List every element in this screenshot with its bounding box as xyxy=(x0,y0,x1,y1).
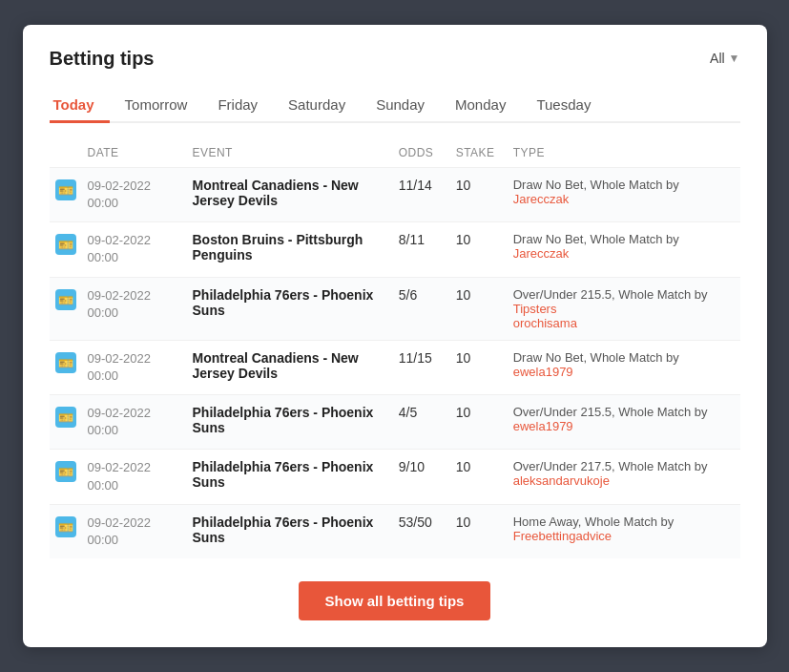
type-text: Over/Under 217.5, Whole Match by xyxy=(513,459,708,473)
type-text: Draw No Bet, Whole Match by xyxy=(513,178,679,192)
betting-tips-table: DATE EVENT ODDS STAKE TYPE 09-02-202200:… xyxy=(50,138,740,558)
tipster-link[interactable]: Jarecczak xyxy=(513,246,570,261)
event-name: Montreal Canadiens - New Jersey Devils xyxy=(187,340,393,394)
event-type: Draw No Bet, Whole Match by Jarecczak xyxy=(508,167,740,221)
tipster-link[interactable]: ewela1979 xyxy=(513,419,573,433)
event-name: Montreal Canadiens - New Jersey Devils xyxy=(187,167,393,221)
tab-saturday[interactable]: Saturday xyxy=(273,89,361,123)
event-name: Philadelphia 76ers - Phoenix Suns xyxy=(187,395,393,450)
event-odds: 11/15 xyxy=(393,340,450,394)
event-type: Draw No Bet, Whole Match by Jarecczak xyxy=(508,222,740,277)
event-stake: 10 xyxy=(450,167,508,221)
col-date: DATE xyxy=(82,138,187,168)
table-row: 09-02-202200:00Philadelphia 76ers - Phoe… xyxy=(50,450,740,504)
tab-tomorrow[interactable]: Tomorrow xyxy=(110,89,203,123)
tab-friday[interactable]: Friday xyxy=(202,89,273,123)
ticket-icon xyxy=(55,179,76,200)
ticket-icon xyxy=(55,289,76,310)
event-type: Draw No Bet, Whole Match by ewela1979 xyxy=(508,340,740,394)
table-row: 09-02-202200:00Philadelphia 76ers - Phoe… xyxy=(50,395,740,450)
event-stake: 10 xyxy=(450,277,508,340)
betting-tips-card: Betting tips All ▼ Today Tomorrow Friday… xyxy=(23,25,767,647)
type-text: Home Away, Whole Match by xyxy=(513,514,675,529)
ticket-icon xyxy=(55,352,76,373)
table-row: 09-02-202200:00Montreal Canadiens - New … xyxy=(50,167,740,221)
tipster-link[interactable]: ewela1979 xyxy=(513,365,573,379)
ticket-icon xyxy=(55,461,76,482)
event-date: 09-02-202200:00 xyxy=(82,277,187,340)
chevron-down-icon: ▼ xyxy=(729,52,740,65)
event-name: Boston Bruins - Pittsburgh Penguins xyxy=(187,222,393,277)
table-row: 09-02-202200:00Philadelphia 76ers - Phoe… xyxy=(50,277,740,340)
ticket-icon xyxy=(55,516,76,537)
col-icon xyxy=(50,138,82,168)
filter-dropdown[interactable]: All ▼ xyxy=(710,51,739,66)
col-stake: STAKE xyxy=(450,138,508,168)
event-stake: 10 xyxy=(450,222,508,277)
event-date: 09-02-202200:00 xyxy=(82,340,187,394)
event-type: Over/Under 217.5, Whole Match by aleksan… xyxy=(508,450,740,504)
event-date: 09-02-202200:00 xyxy=(82,167,187,221)
tipster-link[interactable]: Tipsters xyxy=(513,302,557,316)
event-stake: 10 xyxy=(450,340,508,394)
event-stake: 10 xyxy=(450,504,508,558)
tipster-link[interactable]: Jarecczak xyxy=(513,192,570,206)
page-title: Betting tips xyxy=(50,48,155,70)
card-header: Betting tips All ▼ xyxy=(50,48,740,70)
event-odds: 11/14 xyxy=(393,167,450,221)
event-odds: 53/50 xyxy=(393,504,450,558)
type-text: Draw No Bet, Whole Match by xyxy=(513,232,679,246)
day-tabs: Today Tomorrow Friday Saturday Sunday Mo… xyxy=(50,89,740,123)
event-type: Over/Under 215.5, Whole Match by ewela19… xyxy=(508,395,740,450)
event-odds: 4/5 xyxy=(393,395,450,450)
tab-tuesday[interactable]: Tuesday xyxy=(521,89,606,123)
tab-sunday[interactable]: Sunday xyxy=(361,89,440,123)
col-odds: ODDS xyxy=(393,138,450,168)
type-text: Draw No Bet, Whole Match by xyxy=(513,350,679,365)
event-name: Philadelphia 76ers - Phoenix Suns xyxy=(187,504,393,558)
table-row: 09-02-202200:00Philadelphia 76ers - Phoe… xyxy=(50,504,740,558)
table-row: 09-02-202200:00Boston Bruins - Pittsburg… xyxy=(50,222,740,277)
event-date: 09-02-202200:00 xyxy=(82,395,187,450)
tipster-link[interactable]: Freebettingadvice xyxy=(513,529,612,543)
event-name: Philadelphia 76ers - Phoenix Suns xyxy=(187,450,393,504)
table-row: 09-02-202200:00Montreal Canadiens - New … xyxy=(50,340,740,394)
event-date: 09-02-202200:00 xyxy=(82,450,187,504)
filter-label: All xyxy=(710,51,725,66)
event-type: Over/Under 215.5, Whole Match by Tipster… xyxy=(508,277,740,340)
show-all-button[interactable]: Show all betting tips xyxy=(299,581,491,620)
event-odds: 5/6 xyxy=(393,277,450,340)
ticket-icon xyxy=(55,407,76,428)
tipster-link[interactable]: aleksandarvukoje xyxy=(513,473,610,488)
event-stake: 10 xyxy=(450,450,508,504)
event-name: Philadelphia 76ers - Phoenix Suns xyxy=(187,277,393,340)
tab-today[interactable]: Today xyxy=(50,89,110,123)
event-date: 09-02-202200:00 xyxy=(82,222,187,277)
type-text: Over/Under 215.5, Whole Match by xyxy=(513,287,708,302)
tipster-link-2[interactable]: orochisama xyxy=(513,316,577,330)
ticket-icon xyxy=(55,234,76,255)
tab-monday[interactable]: Monday xyxy=(440,89,521,123)
col-type: TYPE xyxy=(508,138,740,168)
event-date: 09-02-202200:00 xyxy=(82,504,187,558)
event-stake: 10 xyxy=(450,395,508,450)
type-text: Over/Under 215.5, Whole Match by xyxy=(513,405,708,419)
event-odds: 9/10 xyxy=(393,450,450,504)
col-event: EVENT xyxy=(187,138,393,168)
event-type: Home Away, Whole Match by Freebettingadv… xyxy=(508,504,740,558)
event-odds: 8/11 xyxy=(393,222,450,277)
